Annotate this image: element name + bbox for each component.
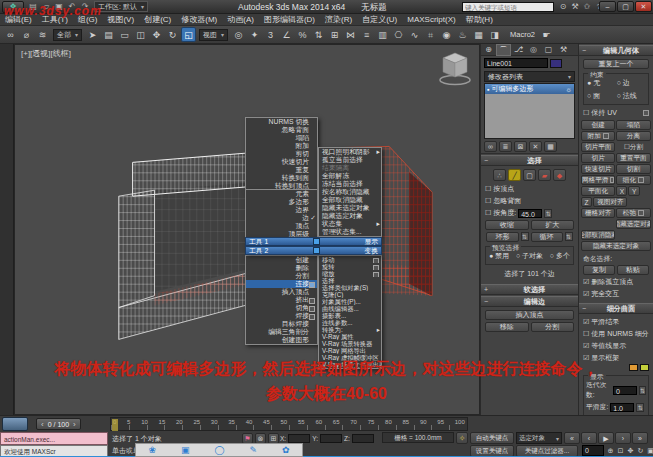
manipulate-icon[interactable]: ✦ (247, 27, 262, 42)
quad-menu-item[interactable]: 多边形 (246, 198, 317, 206)
subdivision-checkbox[interactable]: 使用 NURMS 细分 (581, 328, 651, 340)
quad-menu-item[interactable]: 重复 (246, 166, 317, 174)
scale-icon[interactable]: ◱ (181, 27, 196, 42)
quad-menu-item[interactable]: 按名称取消隐藏 (319, 188, 381, 196)
orbit-icon[interactable]: ↻ (636, 445, 645, 456)
quad-menu-item[interactable]: 管理状态集... (319, 228, 381, 236)
percent-snap-icon[interactable]: % (295, 27, 310, 42)
hand-icon[interactable]: ☛ (539, 27, 554, 42)
track-bar[interactable]: 0510152025303540455055606570758085909510… (110, 417, 468, 431)
quad-menu-item[interactable]: 焊接 (246, 312, 317, 320)
quad-menu-item[interactable]: 插入顶点 (246, 288, 317, 296)
next-frame-icon[interactable]: › (615, 432, 631, 444)
key-mode-dropdown[interactable]: 选定对象 ▾ (516, 432, 562, 444)
geometry-button[interactable]: 创建 (581, 120, 615, 130)
vertex-mode-icon[interactable]: ∴ (493, 169, 506, 181)
zoom-icon[interactable]: ⊕ (606, 445, 615, 456)
quad-menu-item[interactable]: 创建图形 (246, 336, 317, 344)
stack-item-editable-poly[interactable]: ▪ 可编辑多边形 ☼ (485, 84, 574, 94)
constraint-radio[interactable]: 法线 (617, 91, 644, 101)
constraint-radio[interactable]: 面 (587, 91, 614, 101)
make-unique-icon[interactable]: ⊠ (514, 141, 527, 152)
edge-mode-icon[interactable]: ╱ (508, 169, 521, 181)
geometry-button[interactable]: Z (581, 197, 592, 207)
quad-menu-item[interactable]: 附加 (246, 142, 317, 150)
subdivision-rollout-header[interactable]: − 细分曲面 (579, 303, 653, 314)
quad-menu-item[interactable]: 视口照明和阴影 (319, 148, 381, 156)
pan-icon[interactable]: ✥ (626, 445, 635, 456)
geometry-button[interactable]: 平面化 (581, 186, 615, 196)
capture-region-icon[interactable]: ◯ (214, 445, 224, 455)
motion-tab[interactable]: ◎ (526, 44, 541, 56)
mini-curve-editor-button[interactable] (2, 417, 28, 431)
hierarchy-tab[interactable]: ⎇ (511, 44, 526, 56)
quad-menu-item[interactable]: V-Ray 场景转换器 (319, 340, 381, 347)
quad-menu-item[interactable]: 边 (246, 214, 317, 222)
element-mode-icon[interactable]: ◆ (553, 169, 566, 181)
quad-menu-item[interactable]: 目标焊接 (246, 320, 317, 328)
z-field[interactable] (352, 434, 374, 443)
quad-menu-item[interactable]: 隐藏未选定对象 (319, 204, 381, 212)
quad-menu-item[interactable]: 删除 (246, 264, 317, 272)
geometry-button[interactable]: Y (628, 186, 639, 196)
split-button[interactable]: 分割 (531, 322, 575, 332)
select-by-name-icon[interactable]: ▤ (101, 27, 116, 42)
geometry-button[interactable]: 细化 (616, 175, 650, 185)
geometry-button[interactable]: 栅格对齐 (581, 208, 615, 218)
quad-menu-item[interactable]: 元素 (246, 190, 317, 198)
x-field[interactable] (288, 434, 310, 443)
geometry-button[interactable]: 视图对齐 (593, 197, 627, 207)
geometry-button[interactable]: 全部取消隐藏 (581, 230, 615, 240)
menu-item[interactable]: 自定义(U) (357, 14, 402, 25)
geometry-button[interactable]: 切片平面 (581, 142, 615, 152)
geometry-button[interactable]: 切片 (581, 153, 615, 163)
subdivision-checkbox[interactable]: 等值线显示 (581, 340, 651, 352)
ring-spinner[interactable]: ⇅ (521, 232, 529, 241)
shrink-button[interactable]: 收缩 (485, 220, 529, 230)
quad-menu-item[interactable]: 快速切片 (246, 158, 317, 166)
angle-spinner[interactable]: ⇅ (544, 209, 552, 218)
settings-icon[interactable]: ✿ (282, 445, 290, 455)
ignore-backfacing-checkbox[interactable]: 忽略背面 (485, 196, 521, 206)
quad-menu-item[interactable]: 创建 (246, 256, 317, 264)
quad-menu-item[interactable]: 切角 (246, 304, 317, 312)
next-frame-arrow-icon[interactable]: › (73, 420, 76, 429)
quad-menu-item[interactable]: 连接 (246, 280, 317, 288)
play-icon[interactable]: ▶ (598, 432, 614, 444)
subdivision-checkbox[interactable]: 平滑结果 (581, 316, 651, 328)
named-sets-icon[interactable]: ⊞ (327, 27, 342, 42)
close-button[interactable]: ✕ (635, 1, 652, 12)
edit-edges-rollout-header[interactable]: − 编辑边 (481, 296, 578, 307)
by-angle-checkbox[interactable]: 按角度: (485, 208, 516, 218)
quad-menu-item[interactable]: 塌陷 (246, 134, 317, 142)
copy-button[interactable]: 复制 (583, 265, 615, 275)
maxscript-listener-line[interactable]: actionMan.exec... (0, 432, 108, 445)
quad-menu-item[interactable]: 曲线编辑器... (319, 305, 381, 312)
time-cursor[interactable] (112, 419, 118, 431)
coord-system-dropdown[interactable]: 视图 ▾ (199, 29, 228, 41)
geometry-button[interactable]: 快速切片 (581, 164, 615, 174)
graphite-icon[interactable]: ⎔ (391, 27, 406, 42)
paste-button[interactable]: 粘贴 (617, 265, 649, 275)
geometry-button[interactable]: 隐藏未选定对象 (581, 241, 651, 251)
star-icon[interactable]: ✩ (582, 1, 592, 12)
set-key-icon[interactable]: ✧ (456, 432, 468, 444)
search-icon[interactable]: ⊙ (558, 1, 568, 12)
viewcube[interactable] (435, 49, 475, 87)
menu-item[interactable]: 图形编辑器(D) (259, 14, 320, 25)
quad-menu-item[interactable]: 移动 (319, 256, 381, 263)
configure-icon[interactable]: ▦ (544, 141, 557, 152)
pen-icon[interactable]: ✎ (249, 445, 257, 455)
layer-manager-icon[interactable]: ▥ (375, 27, 390, 42)
quad-menu-item[interactable]: 状态集 (319, 220, 381, 228)
remove-button[interactable]: 移除 (485, 322, 529, 332)
quad-menu-item[interactable]: 转换到面 (246, 174, 317, 182)
y-field[interactable] (320, 434, 342, 443)
quad-menu-item[interactable]: 选择 (319, 277, 381, 284)
quad-menu-item[interactable]: 孤立当前选择 (319, 156, 381, 164)
pin-stack-icon[interactable]: ∞ (484, 141, 497, 152)
window-crossing-icon[interactable]: ◫ (133, 27, 148, 42)
quad-menu-item[interactable]: 挤出 (246, 296, 317, 304)
loop-button[interactable]: 循环 (531, 232, 563, 242)
geometry-button[interactable]: 附加 (581, 131, 615, 141)
